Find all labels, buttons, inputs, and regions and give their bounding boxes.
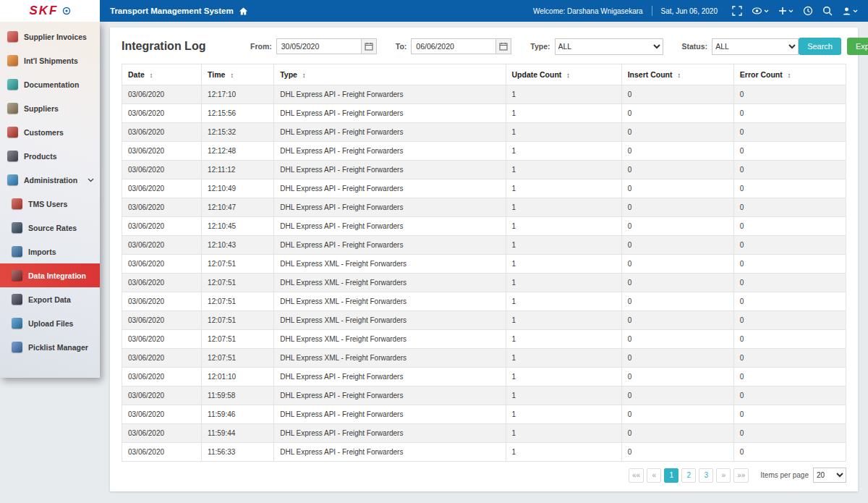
column-header-time[interactable]: Time↕ [202, 64, 274, 85]
sidebar: Supplier InvoicesInt'l ShipmentsDocument… [0, 22, 100, 378]
export-button[interactable]: Export [847, 38, 868, 55]
column-header-update-count[interactable]: Update Count↕ [506, 64, 621, 85]
search-icon[interactable] [822, 6, 833, 16]
cell-update-count: 1 [506, 292, 621, 311]
cell-insert-count: 0 [621, 236, 733, 255]
cell-time: 11:56:33 [202, 443, 274, 462]
page-next-button[interactable]: » [716, 468, 731, 483]
cell-type: DHL Express API - Freight Forwarders [274, 123, 506, 142]
sidebar-item-customers[interactable]: Customers [0, 120, 100, 144]
sort-icon: ↕ [788, 72, 791, 79]
cell-error-count: 0 [733, 443, 846, 462]
chevron-down-icon [853, 9, 858, 13]
app-title: Transport Management System [110, 7, 248, 16]
column-header-error-count[interactable]: Error Count↕ [733, 64, 846, 85]
home-icon[interactable] [239, 7, 248, 16]
sidebar-item-label: Supplier Invoices [24, 33, 87, 41]
sidebar-item-tms-users[interactable]: TMS Users [0, 192, 100, 216]
products-icon [7, 151, 18, 161]
pagination-row: «««123»»» Items per page 20 [122, 468, 846, 483]
sidebar-item-data-integration[interactable]: Data Integration [0, 263, 100, 287]
sidebar-item-administration[interactable]: Administration [0, 168, 100, 192]
calendar-icon [499, 42, 508, 51]
cell-insert-count: 0 [621, 405, 733, 424]
column-header-date[interactable]: Date↕ [122, 64, 202, 85]
topbar-icons [732, 6, 858, 16]
cell-date: 03/06/2020 [122, 368, 202, 386]
topbar-date: Sat, Jun 06, 2020 [661, 7, 718, 15]
cell-type: DHL Express API - Freight Forwarders [274, 85, 506, 104]
table-row: 03/06/202012:07:51DHL Express XML - Frei… [122, 255, 846, 274]
cell-time: 11:59:44 [202, 424, 274, 443]
cell-type: DHL Express API - Freight Forwarders [274, 217, 506, 236]
from-calendar-button[interactable] [361, 38, 377, 54]
cell-time: 12:07:51 [202, 274, 274, 292]
fullscreen-icon[interactable] [732, 6, 742, 16]
sidebar-item-upload-files[interactable]: Upload Files [0, 311, 100, 335]
visibility-icon[interactable] [752, 7, 769, 15]
status-select[interactable]: ALL [712, 38, 799, 55]
cell-date: 03/06/2020 [122, 123, 202, 142]
table-row: 03/06/202012:10:49DHL Express API - Frei… [122, 179, 846, 198]
page-1-button[interactable]: 1 [664, 468, 678, 483]
history-icon[interactable] [803, 6, 813, 16]
cell-date: 03/06/2020 [122, 179, 202, 198]
sidebar-item-label: Products [24, 152, 57, 161]
app-title-text: Transport Management System [110, 7, 234, 15]
page-last-button[interactable]: »» [733, 468, 749, 483]
items-per-page-select[interactable]: 20 [813, 468, 846, 483]
cell-insert-count: 0 [621, 123, 733, 142]
column-header-type[interactable]: Type↕ [274, 64, 506, 85]
sidebar-item-suppliers[interactable]: Suppliers [0, 96, 100, 120]
cell-type: DHL Express API - Freight Forwarders [274, 236, 506, 255]
skf-logo[interactable]: SKF [0, 0, 100, 22]
chevron-down-icon [764, 9, 769, 13]
sidebar-item-supplier-invoices[interactable]: Supplier Invoices [0, 25, 100, 48]
sidebar-item-documentation[interactable]: Documentation [0, 72, 100, 96]
cell-date: 03/06/2020 [122, 424, 202, 443]
cell-date: 03/06/2020 [122, 255, 202, 274]
customers-icon [7, 127, 18, 138]
type-select[interactable]: ALL [555, 38, 663, 55]
cell-insert-count: 0 [621, 255, 733, 274]
sidebar-item-int-l-shipments[interactable]: Int'l Shipments [0, 48, 100, 72]
user-icon[interactable] [842, 7, 858, 16]
sidebar-item-label: Picklist Manager [28, 343, 88, 352]
cell-update-count: 1 [506, 330, 621, 349]
cell-update-count: 1 [506, 311, 621, 330]
cell-time: 11:59:58 [202, 386, 274, 405]
cell-update-count: 1 [506, 274, 621, 292]
from-date-input[interactable] [276, 38, 362, 54]
to-date-input[interactable] [411, 38, 496, 54]
cell-error-count: 0 [733, 311, 846, 330]
log-table-body: 03/06/202012:17:10DHL Express API - Frei… [122, 85, 846, 462]
cell-error-count: 0 [733, 349, 846, 368]
cell-type: DHL Express API - Freight Forwarders [274, 198, 506, 217]
cell-error-count: 0 [733, 424, 846, 443]
sidebar-item-products[interactable]: Products [0, 144, 100, 168]
sidebar-item-picklist-manager[interactable]: Picklist Manager [0, 335, 100, 359]
page-first-button[interactable]: «« [629, 468, 644, 483]
upload-files-icon [12, 318, 22, 329]
page-2-button[interactable]: 2 [681, 468, 696, 483]
table-row: 03/06/202012:12:48DHL Express API - Frei… [122, 142, 846, 161]
page-prev-button[interactable]: « [647, 468, 661, 483]
table-row: 03/06/202012:17:10DHL Express API - Frei… [122, 85, 846, 104]
table-row: 03/06/202012:07:51DHL Express XML - Frei… [122, 349, 846, 368]
page-3-button[interactable]: 3 [699, 468, 713, 483]
calendar-icon [365, 42, 373, 51]
sidebar-item-imports[interactable]: Imports [0, 240, 100, 263]
sidebar-item-label: Suppliers [24, 104, 59, 113]
status-filter-group: Status: ALL [682, 38, 799, 55]
add-icon[interactable] [778, 7, 793, 15]
sidebar-item-export-data[interactable]: Export Data [0, 287, 100, 311]
column-header-insert-count[interactable]: Insert Count↕ [621, 64, 733, 85]
to-calendar-button[interactable] [495, 38, 511, 54]
sort-icon: ↕ [150, 72, 153, 79]
search-button[interactable]: Search [799, 38, 841, 55]
cell-time: 11:59:46 [202, 405, 274, 424]
cell-insert-count: 0 [621, 85, 733, 104]
cell-type: DHL Express XML - Freight Forwarders [274, 311, 506, 330]
sidebar-item-source-rates[interactable]: Source Rates [0, 216, 100, 240]
cell-insert-count: 0 [621, 368, 733, 386]
